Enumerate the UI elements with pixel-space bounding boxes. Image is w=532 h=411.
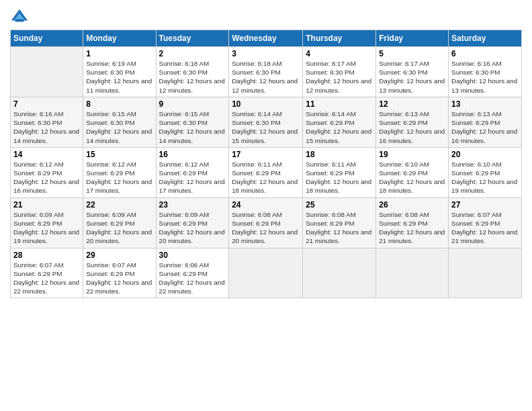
day-cell: 30Sunrise: 6:06 AMSunset: 6:29 PMDayligh…	[156, 248, 229, 298]
week-row-1: 1Sunrise: 6:19 AMSunset: 6:30 PMDaylight…	[11, 47, 522, 97]
header-saturday: Saturday	[449, 30, 522, 47]
day-number: 29	[86, 250, 152, 260]
day-info: Sunrise: 6:18 AMSunset: 6:30 PMDaylight:…	[159, 60, 225, 94]
day-number: 4	[306, 49, 373, 58]
day-cell: 5Sunrise: 6:17 AMSunset: 6:30 PMDaylight…	[376, 47, 449, 97]
day-cell: 21Sunrise: 6:09 AMSunset: 6:29 PMDayligh…	[11, 197, 83, 248]
header-sunday: Sunday	[11, 30, 83, 47]
day-cell: 12Sunrise: 6:13 AMSunset: 6:29 PMDayligh…	[376, 97, 449, 147]
day-number: 15	[86, 150, 152, 159]
day-number: 26	[379, 200, 445, 210]
day-info: Sunrise: 6:07 AMSunset: 6:29 PMDaylight:…	[13, 261, 79, 295]
day-cell: 6Sunrise: 6:16 AMSunset: 6:30 PMDaylight…	[449, 47, 522, 97]
day-number: 8	[86, 99, 152, 109]
day-cell: 3Sunrise: 6:18 AMSunset: 6:30 PMDaylight…	[229, 47, 303, 97]
day-cell	[376, 248, 449, 298]
day-info: Sunrise: 6:18 AMSunset: 6:30 PMDaylight:…	[232, 60, 298, 94]
day-info: Sunrise: 6:16 AMSunset: 6:30 PMDaylight:…	[13, 110, 79, 144]
day-cell: 16Sunrise: 6:12 AMSunset: 6:29 PMDayligh…	[156, 147, 229, 197]
day-cell: 28Sunrise: 6:07 AMSunset: 6:29 PMDayligh…	[11, 248, 83, 298]
day-info: Sunrise: 6:08 AMSunset: 6:29 PMDaylight:…	[306, 211, 371, 245]
day-info: Sunrise: 6:11 AMSunset: 6:29 PMDaylight:…	[306, 161, 371, 195]
week-row-2: 7Sunrise: 6:16 AMSunset: 6:30 PMDaylight…	[11, 97, 522, 147]
day-info: Sunrise: 6:09 AMSunset: 6:29 PMDaylight:…	[13, 211, 79, 245]
day-number: 27	[451, 200, 519, 210]
day-cell: 10Sunrise: 6:14 AMSunset: 6:30 PMDayligh…	[229, 97, 303, 147]
day-info: Sunrise: 6:10 AMSunset: 6:29 PMDaylight:…	[379, 161, 445, 195]
day-cell: 17Sunrise: 6:11 AMSunset: 6:29 PMDayligh…	[229, 147, 303, 197]
day-number: 14	[13, 150, 80, 159]
day-info: Sunrise: 6:11 AMSunset: 6:29 PMDaylight:…	[232, 161, 298, 195]
day-number: 3	[232, 49, 300, 58]
day-cell: 20Sunrise: 6:10 AMSunset: 6:29 PMDayligh…	[449, 147, 522, 197]
day-info: Sunrise: 6:17 AMSunset: 6:30 PMDaylight:…	[379, 60, 445, 94]
day-cell: 2Sunrise: 6:18 AMSunset: 6:30 PMDaylight…	[156, 47, 229, 97]
day-info: Sunrise: 6:19 AMSunset: 6:30 PMDaylight:…	[86, 60, 152, 94]
day-info: Sunrise: 6:17 AMSunset: 6:30 PMDaylight:…	[306, 60, 371, 94]
day-info: Sunrise: 6:07 AMSunset: 6:29 PMDaylight:…	[86, 261, 152, 295]
day-info: Sunrise: 6:09 AMSunset: 6:29 PMDaylight:…	[159, 211, 225, 245]
day-cell: 27Sunrise: 6:07 AMSunset: 6:29 PMDayligh…	[449, 197, 522, 248]
day-number: 6	[451, 49, 519, 58]
day-info: Sunrise: 6:12 AMSunset: 6:29 PMDaylight:…	[13, 161, 79, 195]
day-number: 22	[86, 200, 152, 210]
day-info: Sunrise: 6:12 AMSunset: 6:29 PMDaylight:…	[86, 161, 152, 195]
day-cell: 19Sunrise: 6:10 AMSunset: 6:29 PMDayligh…	[376, 147, 449, 197]
day-number: 25	[306, 200, 373, 210]
day-number: 17	[232, 150, 300, 159]
day-number: 24	[232, 200, 300, 210]
day-number: 16	[159, 150, 226, 159]
day-cell: 13Sunrise: 6:13 AMSunset: 6:29 PMDayligh…	[449, 97, 522, 147]
day-info: Sunrise: 6:08 AMSunset: 6:29 PMDaylight:…	[232, 211, 298, 245]
day-number: 20	[451, 150, 519, 159]
day-cell: 26Sunrise: 6:08 AMSunset: 6:29 PMDayligh…	[376, 197, 449, 248]
day-cell: 15Sunrise: 6:12 AMSunset: 6:29 PMDayligh…	[83, 147, 156, 197]
week-row-4: 21Sunrise: 6:09 AMSunset: 6:29 PMDayligh…	[11, 197, 522, 248]
day-number: 1	[86, 49, 152, 58]
header-thursday: Thursday	[303, 30, 376, 47]
day-info: Sunrise: 6:07 AMSunset: 6:29 PMDaylight:…	[451, 211, 517, 245]
day-info: Sunrise: 6:10 AMSunset: 6:29 PMDaylight:…	[451, 161, 517, 195]
logo-icon	[10, 7, 29, 26]
page: SundayMondayTuesdayWednesdayThursdayFrid…	[0, 0, 532, 411]
day-number: 18	[306, 150, 373, 159]
logo	[10, 7, 32, 26]
day-number: 23	[159, 200, 226, 210]
day-cell	[449, 248, 522, 298]
week-row-5: 28Sunrise: 6:07 AMSunset: 6:29 PMDayligh…	[11, 248, 522, 298]
day-info: Sunrise: 6:08 AMSunset: 6:29 PMDaylight:…	[379, 211, 445, 245]
day-info: Sunrise: 6:13 AMSunset: 6:29 PMDaylight:…	[451, 110, 517, 144]
day-info: Sunrise: 6:14 AMSunset: 6:30 PMDaylight:…	[232, 110, 298, 144]
day-cell: 9Sunrise: 6:15 AMSunset: 6:30 PMDaylight…	[156, 97, 229, 147]
day-cell: 25Sunrise: 6:08 AMSunset: 6:29 PMDayligh…	[303, 197, 376, 248]
header-row: SundayMondayTuesdayWednesdayThursdayFrid…	[11, 30, 522, 47]
day-cell: 24Sunrise: 6:08 AMSunset: 6:29 PMDayligh…	[229, 197, 303, 248]
day-cell: 22Sunrise: 6:09 AMSunset: 6:29 PMDayligh…	[83, 197, 156, 248]
header-tuesday: Tuesday	[156, 30, 229, 47]
day-number: 10	[232, 99, 300, 109]
day-cell: 8Sunrise: 6:15 AMSunset: 6:30 PMDaylight…	[83, 97, 156, 147]
day-cell: 23Sunrise: 6:09 AMSunset: 6:29 PMDayligh…	[156, 197, 229, 248]
header-wednesday: Wednesday	[229, 30, 303, 47]
day-cell	[303, 248, 376, 298]
day-cell	[11, 47, 83, 97]
day-number: 19	[379, 150, 445, 159]
day-cell: 14Sunrise: 6:12 AMSunset: 6:29 PMDayligh…	[11, 147, 83, 197]
day-info: Sunrise: 6:15 AMSunset: 6:30 PMDaylight:…	[159, 110, 225, 144]
header-monday: Monday	[83, 30, 156, 47]
day-number: 7	[13, 99, 80, 109]
day-cell: 11Sunrise: 6:14 AMSunset: 6:29 PMDayligh…	[303, 97, 376, 147]
day-info: Sunrise: 6:12 AMSunset: 6:29 PMDaylight:…	[159, 161, 225, 195]
day-cell: 1Sunrise: 6:19 AMSunset: 6:30 PMDaylight…	[83, 47, 156, 97]
day-number: 12	[379, 99, 445, 109]
header	[10, 7, 522, 26]
header-friday: Friday	[376, 30, 449, 47]
day-number: 28	[13, 250, 80, 260]
day-info: Sunrise: 6:16 AMSunset: 6:30 PMDaylight:…	[451, 60, 517, 94]
day-number: 30	[159, 250, 226, 260]
day-number: 21	[13, 200, 80, 210]
day-info: Sunrise: 6:09 AMSunset: 6:29 PMDaylight:…	[86, 211, 152, 245]
day-cell: 4Sunrise: 6:17 AMSunset: 6:30 PMDaylight…	[303, 47, 376, 97]
day-number: 11	[306, 99, 373, 109]
svg-rect-2	[15, 19, 24, 22]
